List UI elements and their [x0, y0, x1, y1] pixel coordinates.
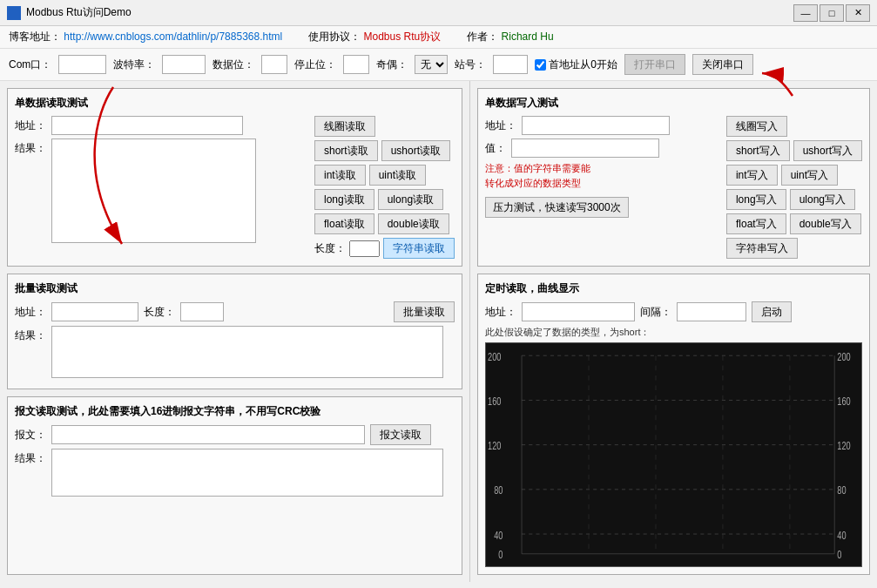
batch-length-input[interactable]: 10 [180, 302, 224, 321]
svg-text:0: 0 [498, 549, 503, 561]
blog-section: 博客地址： http://www.cnblogs.com/dathlin/p/7… [9, 30, 282, 44]
single-read-buttons: 线圈读取 short读取 ushort读取 int读取 uint读取 long读… [314, 116, 455, 259]
station-label: 站号： [455, 57, 486, 72]
single-write-value-input[interactable]: False [511, 139, 659, 158]
single-write-address-input[interactable]: 100 [522, 116, 670, 135]
timed-read-section: 定时读取，曲线显示 地址： 100 间隔： 300 启动 此处假设确定了数据的类… [477, 274, 870, 575]
svg-text:80: 80 [837, 484, 846, 497]
single-write-title: 单数据写入测试 [485, 96, 862, 111]
float-read-button[interactable]: float读取 [314, 213, 374, 234]
left-panel: 单数据读取测试 地址： 100 结果： 线圈读取 [0, 81, 470, 582]
frame-label: 报文： [15, 428, 46, 443]
coil-read-button[interactable]: 线圈读取 [314, 116, 375, 137]
title-bar: Modbus Rtu访问Demo — □ ✕ [0, 0, 877, 26]
frame-result-textarea[interactable] [51, 449, 443, 497]
parity-select[interactable]: 无 奇 偶 [415, 55, 448, 74]
int-read-button[interactable]: int读取 [314, 165, 366, 186]
timed-interval-input[interactable]: 300 [677, 302, 746, 321]
parity-label: 奇偶： [376, 57, 408, 72]
batch-result-label: 结果： [15, 328, 46, 343]
stop-input[interactable]: 1 [343, 55, 369, 74]
short-read-button[interactable]: short读取 [314, 140, 378, 161]
int-write-button[interactable]: int写入 [726, 165, 778, 186]
single-read-address-input[interactable]: 100 [51, 116, 243, 135]
com-input[interactable]: COM5 [58, 55, 106, 74]
length-input[interactable]: 10 [349, 240, 380, 257]
svg-text:200: 200 [488, 350, 501, 362]
data-input[interactable]: 8 [261, 55, 287, 74]
single-write-buttons: 线圈写入 short写入 ushort写入 int写入 uint写入 long写… [726, 116, 862, 259]
protocol-label: 使用协议： [308, 30, 361, 43]
blog-link[interactable]: http://www.cnblogs.com/dathlin/p/7885368… [64, 30, 282, 43]
ulong-write-button[interactable]: ulong写入 [790, 189, 855, 210]
stop-label: 停止位： [294, 57, 336, 72]
single-write-address-label: 地址： [485, 118, 516, 133]
batch-read-button[interactable]: 批量读取 [394, 301, 455, 322]
frame-test-section: 报文读取测试，此处需要填入16进制报文字符串，不用写CRC校验 报文： 01 0… [7, 396, 462, 575]
short-write-button[interactable]: short写入 [726, 140, 790, 161]
start-button[interactable]: 启动 [752, 301, 792, 322]
write-note: 注意：值的字符串需要能 转化成对应的数据类型 [485, 161, 719, 190]
timed-type-note: 此处假设确定了数据的类型，为short： [485, 326, 862, 339]
double-read-button[interactable]: double读取 [378, 213, 449, 234]
timed-read-title: 定时读取，曲线显示 [485, 281, 862, 296]
window-controls: — □ ✕ [793, 4, 870, 22]
svg-text:160: 160 [488, 395, 501, 408]
timed-address-input[interactable]: 100 [522, 302, 635, 321]
frame-read-button[interactable]: 报文读取 [370, 424, 431, 445]
timed-address-label: 地址： [485, 305, 516, 320]
pressure-test-button[interactable]: 压力测试，快速读写3000次 [485, 197, 629, 218]
single-write-value-label: 值： [485, 141, 506, 156]
single-read-address-label: 地址： [15, 118, 46, 133]
ulong-read-button[interactable]: ulong读取 [378, 189, 443, 210]
batch-length-label: 长度： [144, 305, 175, 320]
main-content: 单数据读取测试 地址： 100 结果： 线圈读取 [0, 81, 877, 582]
window-title: Modbus Rtu访问Demo [26, 5, 132, 20]
baud-input[interactable]: 9600 [162, 55, 206, 74]
ushort-read-button[interactable]: ushort读取 [381, 140, 450, 161]
open-port-button[interactable]: 打开串口 [624, 54, 685, 75]
single-read-form: 地址： 100 结果： [15, 116, 307, 259]
chart-area: 200 160 120 80 40 0 200 160 120 80 40 0 [485, 342, 862, 567]
station-input[interactable]: 1 [493, 55, 528, 74]
long-read-button[interactable]: long读取 [314, 189, 374, 210]
string-read-button[interactable]: 字符串读取 [383, 238, 455, 259]
svg-text:200: 200 [837, 350, 850, 362]
minimize-button[interactable]: — [793, 4, 818, 22]
start-from-zero-checkbox[interactable] [535, 59, 546, 71]
string-write-button[interactable]: 字符串写入 [726, 238, 798, 259]
svg-rect-0 [486, 343, 861, 566]
close-port-button[interactable]: 关闭串口 [692, 54, 753, 75]
long-write-button[interactable]: long写入 [726, 189, 786, 210]
note-line2: 转化成对应的数据类型 [485, 178, 581, 188]
checkbox-label: 首地址从0开始 [549, 57, 617, 72]
batch-address-input[interactable]: 100 [51, 302, 138, 321]
length-label: 长度： [314, 241, 346, 256]
batch-result-textarea[interactable] [51, 326, 443, 378]
single-write-form: 地址： 100 值： False 注意：值的字符串需要能 转化成对应的数据类型 … [485, 116, 719, 259]
svg-text:160: 160 [837, 395, 850, 408]
svg-text:120: 120 [837, 440, 850, 452]
coil-write-button[interactable]: 线圈写入 [726, 116, 787, 137]
single-read-content: 地址： 100 结果： 线圈读取 short读取 ushort读取 [15, 116, 455, 259]
note-line1: 注意：值的字符串需要能 [485, 163, 590, 173]
single-read-result-label: 结果： [15, 141, 46, 156]
uint-read-button[interactable]: uint读取 [369, 165, 426, 186]
single-read-title: 单数据读取测试 [15, 96, 455, 111]
blog-label: 博客地址： [9, 30, 61, 43]
right-panel: 单数据写入测试 地址： 100 值： False 注意：值的字符串需要能 转化成… [470, 81, 877, 582]
author-label: 作者： [467, 30, 498, 43]
uint-write-button[interactable]: uint写入 [781, 165, 838, 186]
ushort-write-button[interactable]: ushort写入 [793, 140, 862, 161]
single-read-result-textarea[interactable] [51, 139, 256, 243]
maximize-button[interactable]: □ [820, 4, 844, 22]
frame-input[interactable]: 01 03 00 64 00 02 [51, 425, 365, 444]
float-write-button[interactable]: float写入 [726, 213, 786, 234]
batch-read-section: 批量读取测试 地址： 100 长度： 10 批量读取 结果： [7, 274, 462, 389]
timed-interval-label: 间隔： [640, 305, 671, 320]
single-write-content: 地址： 100 值： False 注意：值的字符串需要能 转化成对应的数据类型 … [485, 116, 862, 259]
double-write-button[interactable]: double写入 [790, 213, 861, 234]
svg-text:80: 80 [494, 484, 503, 497]
close-button[interactable]: ✕ [846, 4, 870, 22]
data-label: 数据位： [213, 57, 254, 72]
